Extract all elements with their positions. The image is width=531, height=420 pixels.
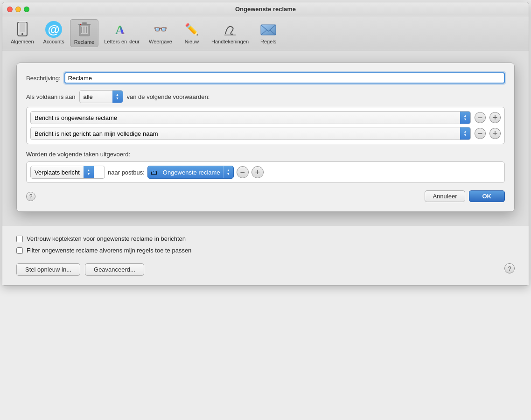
condition1-select-wrapper[interactable]: Bericht is ongewenste reclame ▲ ▼ bbox=[30, 111, 471, 124]
below-modal: Vertrouw kopteksten voor ongewenste recl… bbox=[2, 226, 529, 285]
traffic-lights bbox=[7, 7, 29, 12]
at-icon: @ bbox=[45, 21, 62, 38]
toolbar-item-letters[interactable]: A Letters en kleur bbox=[100, 19, 143, 47]
main-window: Ongewenste reclame Algemeen @ Accounts bbox=[2, 2, 529, 286]
svg-rect-1 bbox=[20, 23, 25, 32]
cancel-button[interactable]: Annuleer bbox=[425, 190, 465, 202]
main-content: Beschrijving: Als voldaan is aan alle el… bbox=[2, 50, 529, 285]
bottom-buttons: Stel opnieuw in... Geavanceerd... ? bbox=[16, 263, 515, 276]
toolbar-label-handtekeningen: Handtekeningen bbox=[211, 39, 249, 44]
reset-button[interactable]: Stel opnieuw in... bbox=[16, 263, 80, 276]
bottom-help-button[interactable]: ? bbox=[504, 263, 515, 273]
toolbar-label-letters: Letters en kleur bbox=[104, 39, 140, 44]
modal-dialog: Beschrijving: Als voldaan is aan alle el… bbox=[16, 63, 515, 212]
checkbox-kopteksten[interactable] bbox=[16, 236, 23, 242]
ok-button[interactable]: OK bbox=[469, 190, 505, 202]
action-add-button[interactable]: + bbox=[252, 166, 264, 178]
phone-icon bbox=[14, 21, 31, 38]
condition2-remove-button[interactable]: − bbox=[475, 128, 486, 139]
action-remove-button[interactable]: − bbox=[237, 166, 249, 178]
condition1-add-button[interactable]: + bbox=[489, 112, 501, 123]
condition1-remove-button[interactable]: − bbox=[475, 112, 486, 123]
maximize-button[interactable] bbox=[24, 7, 29, 12]
pencil-icon: ✏️ bbox=[183, 21, 200, 38]
mailbox-select[interactable]: Ongewenste reclame bbox=[160, 166, 223, 178]
envelope-icon bbox=[260, 21, 277, 38]
font-icon: A bbox=[113, 21, 130, 38]
checkbox-filter[interactable] bbox=[16, 247, 23, 254]
signature-icon bbox=[222, 21, 238, 38]
toolbar-item-reclame[interactable]: Reclame bbox=[70, 19, 98, 47]
toolbar-label-weergave: Weergave bbox=[149, 39, 172, 44]
toolbar-item-algemeen[interactable]: Algemeen bbox=[7, 19, 38, 47]
svg-rect-4 bbox=[81, 26, 88, 34]
action-verb-wrapper[interactable]: Verplaats bericht ▲ ▼ bbox=[30, 166, 105, 179]
alle-arrow: ▲ ▼ bbox=[112, 91, 123, 103]
modal-help-button[interactable]: ? bbox=[26, 192, 35, 201]
toolbar-label-algemeen: Algemeen bbox=[11, 39, 34, 44]
title-bar: Ongewenste reclame bbox=[2, 2, 529, 16]
beschrijving-label: Beschrijving: bbox=[26, 75, 61, 82]
description-row: Beschrijving: bbox=[26, 72, 505, 84]
svg-rect-6 bbox=[82, 22, 87, 24]
svg-point-2 bbox=[21, 33, 23, 35]
actions-box: Verplaats bericht ▲ ▼ naar postbus: 🗃 O bbox=[26, 161, 505, 183]
condition-header-row: Als voldaan is aan alle elke ▲ ▼ van de … bbox=[26, 90, 505, 103]
condition-item-2: Bericht is niet gericht aan mijn volledi… bbox=[30, 127, 501, 140]
modal-footer: ? Annuleer OK bbox=[26, 190, 505, 202]
mailbox-wrapper[interactable]: 🗃 Ongewenste reclame ▲ ▼ bbox=[147, 166, 234, 179]
toolbar-label-reclame: Reclame bbox=[74, 39, 94, 45]
toolbar-label-regels: Regels bbox=[260, 39, 276, 44]
condition-prefix: Als voldaan is aan bbox=[26, 93, 76, 100]
condition2-select[interactable]: Bericht is niet gericht aan mijn volledi… bbox=[31, 127, 460, 140]
toolbar-item-accounts[interactable]: @ Accounts bbox=[40, 19, 68, 47]
action-item-1: Verplaats bericht ▲ ▼ naar postbus: 🗃 O bbox=[30, 166, 501, 179]
action-naar-label: naar postbus: bbox=[108, 169, 145, 176]
toolbar-item-nieuw[interactable]: ✏️ Nieuw bbox=[178, 19, 206, 47]
toolbar-item-weergave[interactable]: 👓 Weergave bbox=[145, 19, 176, 47]
condition1-arrow: ▲ ▼ bbox=[460, 112, 470, 124]
checkbox-kopteksten-label: Vertrouw kopteksten voor ongewenste recl… bbox=[27, 235, 186, 242]
action-verb-arrow: ▲ ▼ bbox=[84, 166, 94, 178]
window-title: Ongewenste reclame bbox=[235, 6, 296, 13]
checkbox-row-1: Vertrouw kopteksten voor ongewenste recl… bbox=[16, 235, 515, 242]
condition2-select-wrapper[interactable]: Bericht is niet gericht aan mijn volledi… bbox=[30, 127, 471, 140]
condition1-select[interactable]: Bericht is ongewenste reclame bbox=[31, 112, 460, 124]
toolbar-item-handtekeningen[interactable]: Handtekeningen bbox=[208, 19, 252, 47]
alle-select-wrapper[interactable]: alle elke ▲ ▼ bbox=[79, 90, 123, 103]
condition-item-1: Bericht is ongewenste reclame ▲ ▼ − + bbox=[30, 111, 501, 124]
close-button[interactable] bbox=[7, 7, 13, 12]
toolbar-item-regels[interactable]: Regels bbox=[254, 19, 282, 47]
conditions-box: Bericht is ongewenste reclame ▲ ▼ − + bbox=[26, 107, 505, 144]
checkbox-filter-label: Filter ongewenste reclame alvorens mijn … bbox=[27, 247, 191, 254]
actions-label: Worden de volgende taken uitgevoerd: bbox=[26, 151, 505, 158]
toolbar: Algemeen @ Accounts Reclame bbox=[2, 16, 529, 50]
action-verb-select[interactable]: Verplaats bericht bbox=[31, 166, 84, 178]
minimize-button[interactable] bbox=[15, 7, 21, 12]
toolbar-label-accounts: Accounts bbox=[43, 39, 64, 44]
condition-suffix: van de volgende voorwaarden: bbox=[127, 93, 210, 100]
description-input[interactable] bbox=[64, 72, 505, 84]
alle-select[interactable]: alle elke bbox=[80, 91, 112, 103]
svg-text:A: A bbox=[115, 22, 125, 37]
advanced-button[interactable]: Geavanceerd... bbox=[85, 263, 144, 276]
trash-icon bbox=[76, 21, 93, 38]
mailbox-arrow: ▲ ▼ bbox=[223, 166, 233, 178]
glasses-icon: 👓 bbox=[152, 21, 169, 38]
mailbox-icon: 🗃 bbox=[148, 166, 160, 178]
condition2-arrow: ▲ ▼ bbox=[460, 127, 470, 140]
condition2-add-button[interactable]: + bbox=[489, 128, 501, 139]
toolbar-label-nieuw: Nieuw bbox=[185, 39, 199, 44]
checkbox-row-2: Filter ongewenste reclame alvorens mijn … bbox=[16, 247, 515, 254]
modal-backdrop: Beschrijving: Als voldaan is aan alle el… bbox=[2, 50, 529, 226]
